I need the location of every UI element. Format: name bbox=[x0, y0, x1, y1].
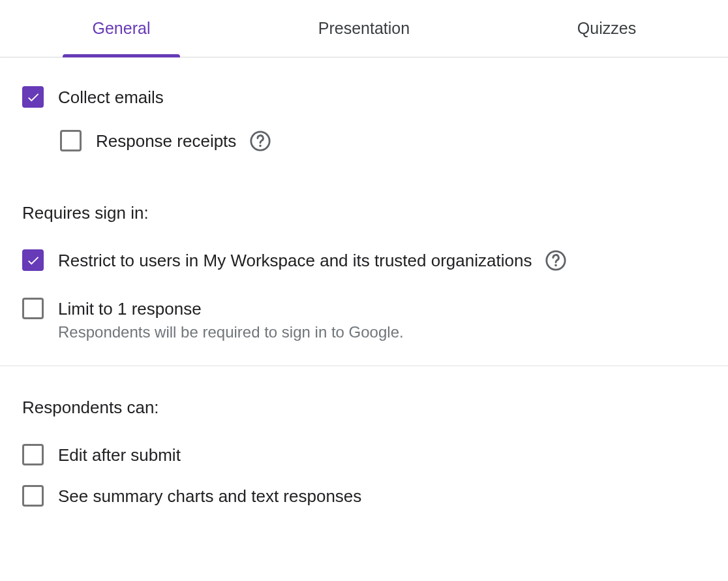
tab-label: Quizzes bbox=[577, 19, 636, 38]
checkmark-icon bbox=[26, 253, 40, 268]
row-edit-after-submit: Edit after submit bbox=[22, 444, 707, 465]
help-icon[interactable] bbox=[249, 130, 271, 152]
checkbox-response-receipts[interactable] bbox=[60, 130, 82, 151]
svg-point-3 bbox=[555, 264, 558, 267]
label-see-summary: See summary charts and text responses bbox=[58, 486, 361, 506]
checkbox-see-summary[interactable] bbox=[22, 485, 44, 507]
label-collect-emails: Collect emails bbox=[58, 87, 164, 107]
row-see-summary: See summary charts and text responses bbox=[22, 485, 707, 507]
label-limit-one: Limit to 1 response bbox=[58, 299, 404, 319]
label-edit-after-submit: Edit after submit bbox=[58, 445, 181, 465]
help-icon[interactable] bbox=[545, 249, 567, 272]
row-collect-emails: Collect emails bbox=[22, 86, 707, 108]
tab-quizzes[interactable]: Quizzes bbox=[485, 0, 728, 57]
label-restrict-workspace: Restrict to users in My Workspace and it… bbox=[58, 251, 532, 270]
tab-general[interactable]: General bbox=[0, 0, 243, 57]
divider bbox=[0, 366, 728, 366]
svg-point-1 bbox=[260, 145, 262, 148]
heading-requires-signin: Requires sign in: bbox=[22, 203, 707, 223]
question-mark-icon bbox=[249, 130, 271, 152]
tab-bar: General Presentation Quizzes bbox=[0, 0, 728, 57]
checkbox-collect-emails[interactable] bbox=[22, 86, 44, 108]
row-restrict-workspace: Restrict to users in My Workspace and it… bbox=[22, 249, 707, 272]
row-limit-one: Limit to 1 response Respondents will be … bbox=[22, 298, 707, 342]
checkbox-edit-after-submit[interactable] bbox=[22, 444, 44, 465]
checkmark-icon bbox=[26, 90, 40, 104]
settings-panel: Collect emails Response receipts Require… bbox=[0, 57, 728, 507]
checkbox-restrict-workspace[interactable] bbox=[22, 249, 44, 271]
row-response-receipts: Response receipts bbox=[60, 130, 707, 152]
sub-limit-one: Respondents will be required to sign in … bbox=[58, 322, 404, 342]
tab-label: General bbox=[93, 19, 151, 38]
label-response-receipts: Response receipts bbox=[96, 131, 236, 151]
heading-respondents-can: Respondents can: bbox=[22, 398, 707, 418]
question-mark-icon bbox=[545, 249, 567, 272]
checkbox-limit-one[interactable] bbox=[22, 298, 44, 319]
tab-label: Presentation bbox=[318, 19, 410, 38]
tab-presentation[interactable]: Presentation bbox=[243, 0, 485, 57]
